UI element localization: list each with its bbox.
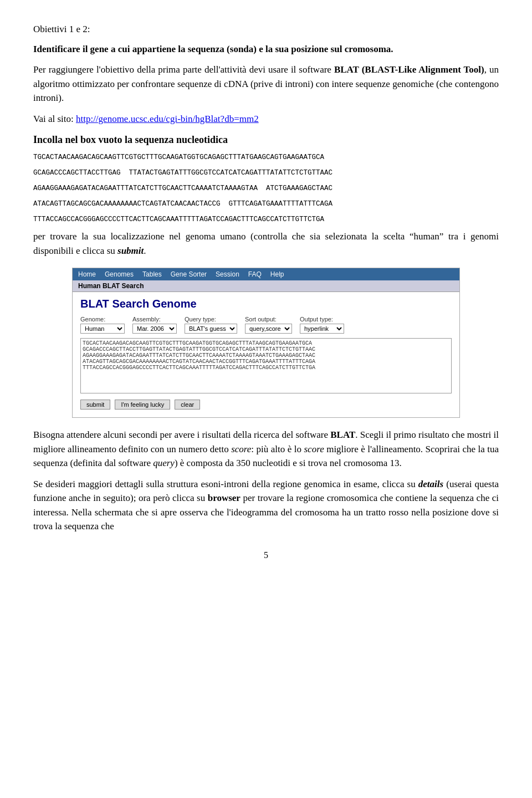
genome-group: Genome: Human: [80, 316, 125, 334]
page-number: 5: [33, 550, 499, 560]
nav-genomes[interactable]: Genomes: [105, 270, 134, 278]
feeling-lucky-button[interactable]: I'm feeling lucky: [115, 400, 170, 410]
blat-main-heading: BLAT Search Genome: [80, 298, 452, 310]
sequence-line4: ATACAGTTAGCAGCGACAAAAAAAACTCAGTATCAACAAC…: [33, 198, 499, 209]
browser-bold: browser: [208, 493, 241, 503]
blat-bold: BLAT: [330, 429, 355, 440]
clear-button[interactable]: clear: [175, 400, 200, 410]
score-italic-1: score: [231, 444, 251, 454]
vai-text: Vai al sito:: [33, 114, 76, 124]
nav-help[interactable]: Help: [270, 270, 284, 278]
sequence-line5: TTTACCAGCCACGGGAGCCCCTTCACTTCAGCAAATTTTT…: [33, 214, 499, 225]
sequence-line3: AGAAGGAAAGAGATACAGAATTTATCATCTTGCAACTTCA…: [33, 183, 499, 194]
blat-title-bar: Human BLAT Search: [73, 280, 459, 292]
genome-label: Genome:: [80, 316, 125, 323]
sequence-line1: TGCACTAACAAGACAGCAAGTTCGTGCTTTGCAAGATGGT…: [33, 152, 499, 163]
submit-label: submit: [117, 245, 144, 256]
nav-faq[interactable]: FAQ: [248, 270, 262, 278]
after-seq-text: per trovare la sua localizzazione nel ge…: [33, 231, 499, 256]
blat-nav-bar: Home Genomes Tables Gene Sorter Session …: [73, 268, 459, 280]
query-italic: query: [153, 458, 175, 468]
sort-output-group: Sort output: query,score: [245, 316, 292, 334]
sequence-block: TGCACTAACAAGACAGCAAGTTCGTGCTTTGCAAGATGGT…: [33, 152, 499, 225]
sequence-textarea[interactable]: [80, 338, 452, 393]
nav-gene-sorter[interactable]: Gene Sorter: [171, 270, 207, 278]
blat-description-paragraph: Per raggiungere l'obiettivo della prima …: [33, 63, 499, 105]
objectives-heading: Obiettivi 1 e 2:: [33, 22, 499, 37]
details-before: Se desideri maggiori dettagli sulla stru…: [33, 479, 416, 489]
nav-home[interactable]: Home: [78, 270, 96, 278]
assembly-select[interactable]: Mar. 2006: [132, 324, 177, 334]
blat-buttons-row: submit I'm feeling lucky clear: [80, 400, 452, 410]
details-paragraph: Se desideri maggiori dettagli sulla stru…: [33, 477, 499, 534]
query-type-group: Query type: BLAT's guess: [185, 316, 237, 334]
after-seq-end: .: [144, 245, 146, 256]
query-type-label: Query type:: [185, 316, 237, 323]
identify-text: Identificare il gene a cui appartiene la…: [33, 44, 393, 54]
results-after2: : più alto è lo: [251, 444, 304, 454]
output-type-select[interactable]: hyperlink: [300, 324, 344, 334]
blat-link[interactable]: http://genome.ucsc.edu/cgi-bin/hgBlat?db…: [76, 114, 259, 124]
details-bold: details: [418, 479, 443, 489]
assembly-group: Assembly: Mar. 2006: [132, 316, 177, 334]
output-type-group: Output type: hyperlink: [300, 316, 344, 334]
genome-select[interactable]: Human: [80, 324, 125, 334]
blat-screenshot: Home Genomes Tables Gene Sorter Session …: [72, 268, 460, 418]
score-italic-2: score: [304, 444, 324, 454]
vai-al-sito-paragraph: Vai al sito: http://genome.ucsc.edu/cgi-…: [33, 112, 499, 126]
incolla-heading: Incolla nel box vuoto la sequenza nucleo…: [33, 132, 499, 147]
results-paragraph: Bisogna attendere alcuni secondi per ave…: [33, 428, 499, 470]
results-before: Bisogna attendere alcuni secondi per ave…: [33, 429, 330, 440]
after-sequence-paragraph: per trovare la sua localizzazione nel ge…: [33, 229, 499, 258]
output-type-label: Output type:: [300, 316, 344, 323]
per-raggiungere-text: Per raggiungere l'obiettivo della prima …: [33, 64, 334, 75]
submit-button[interactable]: submit: [80, 400, 110, 410]
assembly-label: Assembly:: [132, 316, 177, 323]
sort-output-select[interactable]: query,score: [245, 324, 292, 334]
results-after4: ) è composta da 350 nucleotidi e si trov…: [175, 458, 402, 468]
main-identify-paragraph: Identificare il gene a cui appartiene la…: [33, 42, 499, 57]
page-content: Obiettivi 1 e 2: Identificare il gene a …: [33, 22, 499, 560]
blat-software-name: BLAT (BLAST-Like Alignment Tool): [334, 64, 484, 75]
nav-session[interactable]: Session: [216, 270, 239, 278]
blat-inner-area: BLAT Search Genome Genome: Human Assembl…: [73, 292, 459, 417]
sort-output-label: Sort output:: [245, 316, 292, 323]
sequence-line2: GCAGACCCAGCTTACCTTGAG TTATACTGAGTATTTGGC…: [33, 167, 499, 178]
blat-form-selects-row: Genome: Human Assembly: Mar. 2006 Query …: [80, 316, 452, 334]
nav-tables[interactable]: Tables: [142, 270, 162, 278]
query-type-select[interactable]: BLAT's guess: [185, 324, 237, 334]
